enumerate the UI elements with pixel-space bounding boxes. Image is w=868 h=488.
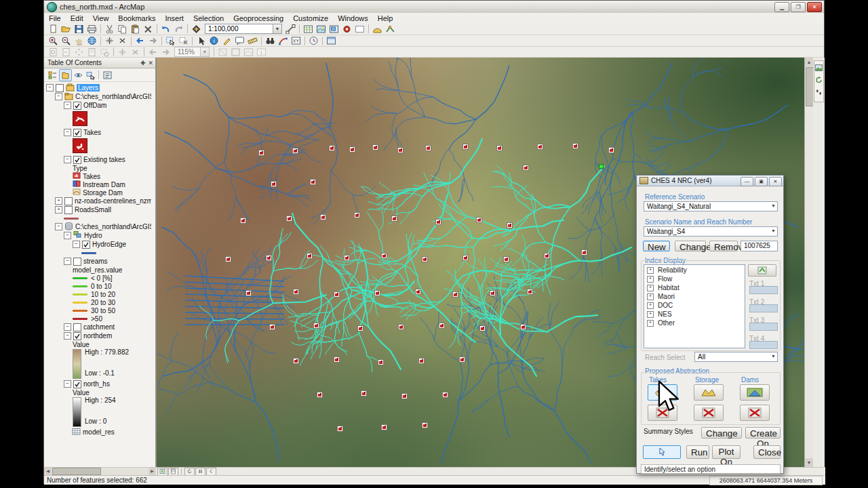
checkbox-checked[interactable]	[73, 332, 81, 340]
dialog-maximize-button[interactable]: ▣	[755, 177, 768, 186]
txt-field-3[interactable]	[749, 323, 778, 331]
scroll-up-icon[interactable]: ▲	[805, 58, 813, 66]
map-vertical-scrollbar[interactable]: ▲ ▼	[804, 58, 813, 467]
take-marker[interactable]	[258, 150, 264, 156]
take-marker[interactable]	[225, 256, 231, 262]
take-marker[interactable]	[329, 145, 335, 151]
take-marker[interactable]	[391, 216, 397, 222]
take-marker[interactable]	[507, 222, 513, 228]
menu-help[interactable]: Help	[373, 14, 398, 22]
reach-select-combo[interactable]: All▼	[694, 352, 778, 362]
collapse-icon[interactable]: −	[64, 258, 71, 265]
take-marker[interactable]	[381, 253, 387, 259]
index-node-flow[interactable]: +Flow	[647, 275, 745, 283]
restore-button[interactable]: ❐	[791, 2, 806, 12]
fixed-zoom-out-icon[interactable]	[117, 36, 129, 46]
txt-field-2[interactable]	[749, 304, 778, 312]
take-marker[interactable]	[397, 147, 403, 153]
new-button[interactable]: New	[643, 241, 670, 251]
identify-info-icon[interactable]: i	[208, 36, 220, 46]
summary-change-button[interactable]: Change	[701, 427, 742, 439]
menu-geoprocessing[interactable]: Geoprocessing	[229, 14, 288, 22]
checkbox-checked[interactable]	[73, 156, 81, 164]
remove-takes-button[interactable]	[648, 405, 677, 421]
map-scale-combo[interactable]: 1:100,000▼	[205, 24, 282, 34]
measure-icon[interactable]	[247, 36, 259, 46]
take-marker[interactable]	[398, 324, 404, 330]
redo-icon[interactable]	[173, 24, 185, 34]
menu-view[interactable]: View	[88, 14, 114, 22]
time-window-icon[interactable]	[308, 36, 320, 46]
take-marker[interactable]	[269, 324, 275, 330]
menu-customize[interactable]: Customize	[288, 14, 333, 22]
expand-icon[interactable]: +	[647, 267, 654, 274]
take-marker[interactable]	[266, 255, 272, 261]
options-box-icon[interactable]	[102, 70, 113, 81]
pin-icon[interactable]: ✚	[140, 60, 146, 66]
index-node-doc[interactable]: +DOC	[647, 302, 745, 309]
toc-layer-existing-takes[interactable]: −Existing takes	[44, 155, 151, 164]
minimize-button[interactable]: ▁	[774, 2, 789, 12]
checkbox-checked[interactable]	[82, 241, 90, 249]
tool-red-icon[interactable]	[341, 24, 353, 34]
checkbox-unchecked[interactable]	[56, 84, 64, 92]
take-marker[interactable]	[357, 325, 363, 331]
create-on-button[interactable]: Create On	[745, 427, 781, 439]
toc-layer-catchment[interactable]: −catchment	[44, 323, 151, 331]
take-marker[interactable]	[293, 358, 299, 364]
checkbox-checked[interactable]	[73, 380, 81, 388]
add-storage-button[interactable]	[694, 384, 724, 401]
toc-layer-c-ches-northland-arcgis-data[interactable]: −C:\ches_northland\ArcGIS_Data	[44, 92, 151, 101]
expand-icon[interactable]: +	[647, 276, 654, 283]
take-marker[interactable]	[439, 323, 445, 329]
toc-layer-hydro[interactable]: −Hydro	[44, 231, 151, 240]
add-takes-button[interactable]	[648, 384, 677, 401]
collapse-icon[interactable]: −	[64, 380, 71, 388]
take-marker[interactable]	[425, 145, 431, 151]
toc-layer-north-hs[interactable]: −north_hs	[44, 380, 151, 388]
list-drawing-order-icon[interactable]	[47, 70, 58, 81]
toc-layer-takes[interactable]: −Takes	[44, 128, 151, 137]
txt-field-4[interactable]	[749, 341, 778, 349]
layout-view-button[interactable]	[168, 468, 178, 476]
close-dialog-button[interactable]: Close	[753, 445, 781, 459]
take-marker[interactable]	[401, 393, 408, 399]
menu-insert[interactable]: Insert	[160, 14, 189, 22]
take-marker[interactable]	[337, 426, 343, 432]
undo-icon[interactable]	[160, 24, 172, 34]
menu-bookmarks[interactable]: Bookmarks	[113, 14, 160, 22]
index-node-nes[interactable]: +NES	[647, 310, 745, 318]
overview-window-icon[interactable]	[328, 24, 340, 34]
forward-arrow-icon[interactable]	[147, 36, 159, 46]
select-elements-icon[interactable]	[195, 36, 208, 46]
remove-dams-button[interactable]	[740, 405, 770, 421]
open-folder-icon[interactable]	[60, 24, 73, 34]
dialog-title-bar[interactable]: CHES 4 NRC (ver4) — ▣ ✕	[637, 176, 783, 186]
find-binoculars-icon[interactable]	[264, 36, 277, 46]
collapse-icon[interactable]: −	[46, 84, 54, 92]
expand-icon[interactable]: +	[647, 311, 654, 318]
pause-draw-button[interactable]	[195, 468, 205, 476]
image-snapshot-icon[interactable]	[814, 62, 823, 73]
expand-icon[interactable]: +	[647, 293, 654, 300]
index-node-reliability[interactable]: +Reliability	[647, 266, 745, 274]
expand-icon[interactable]: +	[647, 285, 654, 291]
select-clear-icon[interactable]	[178, 36, 190, 46]
image-window-icon[interactable]	[315, 24, 328, 34]
find-route-icon[interactable]	[277, 36, 290, 46]
refresh-circle-icon[interactable]	[814, 75, 823, 85]
list-visibility-icon[interactable]	[73, 70, 84, 81]
collapse-icon[interactable]: −	[64, 232, 71, 239]
back-arrow-icon[interactable]	[134, 36, 146, 46]
checkbox-checked[interactable]	[73, 102, 81, 110]
checkbox-checked[interactable]	[73, 129, 81, 137]
close-icon[interactable]: ✕	[148, 60, 153, 66]
take-marker[interactable]	[476, 217, 482, 223]
dialog-minimize-button[interactable]: —	[741, 177, 753, 186]
take-marker[interactable]	[418, 358, 425, 364]
take-marker[interactable]	[415, 289, 421, 295]
viewer-rect-icon[interactable]	[354, 24, 366, 34]
pan-hand-icon[interactable]	[73, 36, 85, 46]
toc-layer-northdem[interactable]: −northdem	[44, 331, 151, 340]
title-bar[interactable]: ches_north.mxd - ArcMap ▁ ❐ ✕	[44, 1, 824, 14]
